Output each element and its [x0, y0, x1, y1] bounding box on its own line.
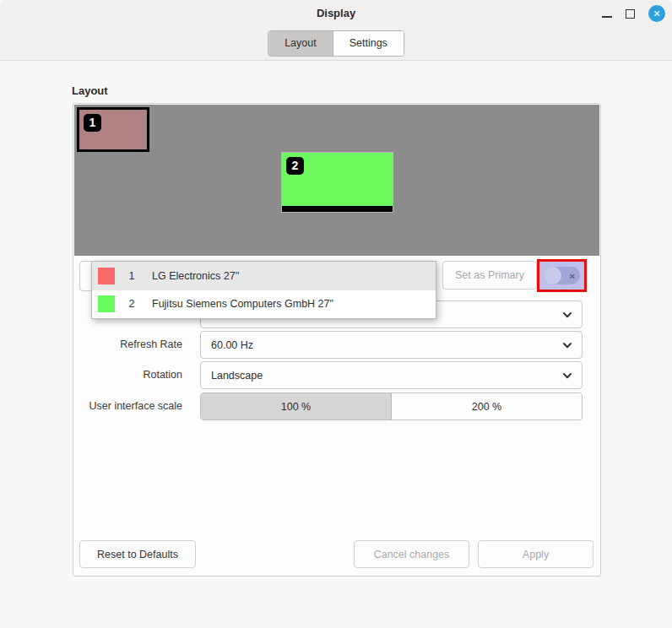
menu-item-monitor-2[interactable]: 2 Fujitsu Siemens Computers GmbH 27"	[92, 290, 436, 319]
monitor-arrangement-canvas[interactable]: 1 2	[74, 105, 599, 256]
cancel-changes-button[interactable]: Cancel changes	[354, 540, 469, 568]
menu-item-name: LG Electronics 27"	[152, 270, 239, 282]
toggle-knob	[544, 267, 561, 284]
monitor-enabled-toggle[interactable]: ✕	[537, 259, 587, 292]
maximize-icon[interactable]	[626, 9, 635, 19]
toggle-off-icon: ✕	[569, 271, 576, 280]
refresh-rate-label: Refresh Rate	[73, 331, 192, 359]
monitor-1[interactable]: 1	[77, 107, 149, 152]
tab-layout[interactable]: Layout	[268, 31, 333, 56]
menu-item-number: 2	[123, 298, 140, 310]
apply-button[interactable]: Apply	[478, 540, 593, 568]
close-icon[interactable]: ✕	[648, 5, 665, 22]
chevron-down-icon	[561, 309, 573, 321]
monitor-menu-popup: 1 LG Electronics 27" 2 Fujitsu Siemens C…	[91, 261, 436, 319]
reset-to-defaults-button[interactable]: Reset to Defaults	[79, 540, 196, 568]
ui-scale-label: User interface scale	[73, 392, 192, 420]
chevron-down-icon	[561, 370, 573, 382]
window-title: Display	[0, 7, 672, 19]
scale-option-100[interactable]: 100 %	[201, 393, 392, 420]
ui-scale-segmented-control: 100 % 200 %	[200, 392, 583, 420]
section-heading: Layout	[72, 84, 108, 97]
menu-item-monitor-1[interactable]: 1 LG Electronics 27"	[92, 262, 436, 290]
monitor-2-swatch	[98, 295, 115, 312]
layout-panel: 1 2 Set as Primary ✕ 1 LG Electronics 27…	[73, 103, 601, 577]
scale-option-200[interactable]: 200 %	[392, 393, 582, 420]
chevron-down-icon	[561, 339, 573, 351]
monitor-2-stand	[282, 206, 393, 212]
monitor-2-badge: 2	[286, 157, 304, 175]
rotation-dropdown[interactable]: Landscape	[200, 361, 583, 389]
monitor-2[interactable]: 2	[281, 152, 393, 213]
monitor-1-badge: 1	[84, 114, 101, 132]
rotation-label: Rotation	[73, 361, 192, 389]
window-controls: ✕	[602, 4, 665, 23]
menu-item-number: 1	[123, 270, 140, 282]
rotation-value: Landscape	[211, 370, 263, 382]
menu-item-name: Fujitsu Siemens Computers GmbH 27"	[152, 298, 333, 310]
titlebar: Display ✕ Layout Settings	[0, 0, 672, 61]
refresh-rate-value: 60.00 Hz	[211, 339, 253, 351]
refresh-rate-dropdown[interactable]: 60.00 Hz	[200, 331, 583, 359]
set-as-primary-button[interactable]: Set as Primary	[442, 261, 537, 290]
tab-settings[interactable]: Settings	[333, 31, 404, 56]
view-tabs: Layout Settings	[268, 30, 404, 57]
minimize-icon[interactable]	[602, 16, 612, 18]
toggle-track: ✕	[544, 267, 580, 284]
monitor-1-swatch	[98, 268, 115, 284]
